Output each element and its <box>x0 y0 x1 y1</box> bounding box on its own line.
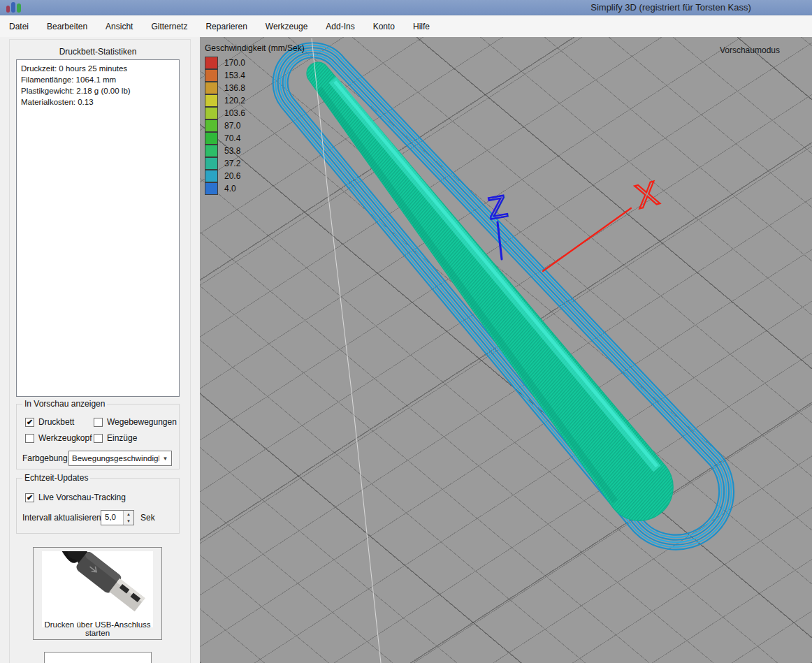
stat-plastic-weight: Plastikgewicht: 2.18 g (0.00 lb) <box>21 85 175 96</box>
spinner-up-icon[interactable]: ▲ <box>124 511 133 518</box>
legend-row: 53.8 <box>205 145 305 157</box>
legend-value: 53.8 <box>224 146 240 156</box>
legend-row: 120.2 <box>205 94 305 107</box>
legend-value: 103.6 <box>224 108 245 118</box>
wegebewegungen-label: Wegebewegungen <box>107 417 177 427</box>
wegebewegungen-checkbox-box[interactable] <box>94 418 103 427</box>
checkbox-werkzeugkopf[interactable]: Werkzeugkopf <box>25 433 92 443</box>
checkbox-wegebewegungen[interactable]: Wegebewegungen <box>94 417 177 427</box>
farbgebung-dropdown-value: Bewegungsgeschwindigke <box>69 454 159 462</box>
menu-datei[interactable]: Datei <box>0 17 38 36</box>
legend-row: 103.6 <box>205 107 305 119</box>
stat-filament-length: Filamentlänge: 1064.1 mm <box>21 74 175 85</box>
menu-gitternetz[interactable]: Gitternetz <box>142 17 196 36</box>
preview-3d-canvas[interactable]: Z X Geschwindigkeit (mm/Sek) 170.0 153.4… <box>200 37 812 663</box>
print-over-usb-button[interactable]: Drucken über USB-Anschluss starten <box>33 547 162 640</box>
live-tracking-checkbox-box[interactable]: ✔ <box>25 493 34 502</box>
print-over-usb-label: Drucken über USB-Anschluss starten <box>34 620 161 637</box>
interval-unit-label: Sek <box>140 513 155 523</box>
legend-swatch <box>205 145 218 157</box>
menu-ansicht[interactable]: Ansicht <box>96 17 142 36</box>
farbgebung-dropdown[interactable]: Bewegungsgeschwindigke ▼ <box>68 451 172 466</box>
preview-options-group: In Vorschau anzeigen ✔ Druckbett Wegebew… <box>16 404 180 469</box>
legend-swatch <box>205 94 218 107</box>
menu-werkzeuge[interactable]: Werkzeuge <box>256 17 317 36</box>
legend-value: 87.0 <box>224 121 240 131</box>
menu-bar: Datei Bearbeiten Ansicht Gitternetz Repa… <box>0 16 812 37</box>
legend-swatch <box>205 132 218 145</box>
checkbox-live-tracking[interactable]: ✔ Live Vorschau-Tracking <box>25 493 126 502</box>
interval-label: Intervall aktualisieren <box>22 513 101 523</box>
x-axis-label: X <box>632 174 662 215</box>
farbgebung-label: Farbgebung <box>22 453 68 463</box>
legend-value: 37.2 <box>224 159 240 168</box>
legend-swatch <box>205 57 218 69</box>
chevron-down-icon: ▼ <box>159 456 171 462</box>
menu-konto[interactable]: Konto <box>364 17 404 36</box>
legend-row: 170.0 <box>205 57 305 69</box>
spinner-down-icon[interactable]: ▼ <box>124 518 133 525</box>
realtime-group-title: Echtzeit-Updates <box>22 473 90 483</box>
werkzeugkopf-label: Werkzeugkopf <box>38 433 92 443</box>
live-tracking-label: Live Vorschau-Tracking <box>38 493 126 502</box>
z-axis-label: Z <box>485 189 509 226</box>
legend-value: 4.0 <box>224 184 236 194</box>
sidebar-panel: Druckbett-Statistiken Druckzeit: 0 hours… <box>0 37 200 663</box>
printed-object <box>257 37 757 583</box>
legend-swatch <box>205 157 218 170</box>
legend-swatch <box>205 69 218 82</box>
menu-bearbeiten[interactable]: Bearbeiten <box>38 17 96 36</box>
legend-swatch <box>205 119 218 132</box>
stat-print-time: Druckzeit: 0 hours 25 minutes <box>21 63 175 74</box>
title-bar: Simplify 3D (registriert für Torsten Kas… <box>0 0 812 15</box>
menu-addins[interactable]: Add-Ins <box>317 17 363 36</box>
stat-material-cost: Materialkosten: 0.13 <box>21 96 175 108</box>
app-logo-icon <box>6 2 27 13</box>
preview-mode-label: Vorschaumodus <box>720 45 780 55</box>
druckbett-label: Druckbett <box>38 417 74 427</box>
menu-reparieren[interactable]: Reparieren <box>196 17 256 36</box>
legend-row: 136.8 <box>205 82 305 94</box>
legend-value: 120.2 <box>224 96 245 105</box>
legend-row: 4.0 <box>205 182 305 195</box>
bottom-partial-box[interactable] <box>44 652 152 663</box>
usb-plug-image <box>42 551 153 627</box>
interval-value[interactable]: 5,0 <box>101 511 123 525</box>
legend-swatch <box>205 182 218 195</box>
menu-hilfe[interactable]: Hilfe <box>404 17 439 36</box>
druckbett-checkbox-box[interactable]: ✔ <box>25 418 34 427</box>
legend-value: 170.0 <box>224 58 245 68</box>
stats-title: Druckbett-Statistiken <box>0 47 196 57</box>
interval-spinbox[interactable]: 5,0 ▲ ▼ <box>101 510 134 525</box>
legend-row: 70.4 <box>205 132 305 145</box>
x-axis-line <box>543 208 631 271</box>
x-axis <box>543 208 631 271</box>
legend-value: 20.6 <box>224 171 240 181</box>
legend-value: 153.4 <box>224 71 245 80</box>
speed-legend: Geschwindigkeit (mm/Sek) 170.0 153.4 136… <box>205 43 305 195</box>
legend-value: 136.8 <box>224 83 245 93</box>
legend-swatch <box>205 82 218 94</box>
checkbox-einzuege[interactable]: Einzüge <box>94 433 137 443</box>
einzuege-label: Einzüge <box>107 433 137 443</box>
realtime-updates-group: Echtzeit-Updates ✔ Live Vorschau-Trackin… <box>16 478 180 534</box>
legend-swatch <box>205 107 218 119</box>
legend-title: Geschwindigkeit (mm/Sek) <box>205 43 305 53</box>
checkbox-druckbett[interactable]: ✔ Druckbett <box>25 417 74 427</box>
preview-group-title: In Vorschau anzeigen <box>22 399 107 409</box>
window-title: Simplify 3D (registriert für Torsten Kas… <box>489 2 812 13</box>
legend-row: 37.2 <box>205 157 305 170</box>
legend-row: 20.6 <box>205 170 305 182</box>
werkzeugkopf-checkbox-box[interactable] <box>25 434 34 443</box>
interval-spinner[interactable]: ▲ ▼ <box>123 511 133 525</box>
legend-row: 153.4 <box>205 69 305 82</box>
legend-row: 87.0 <box>205 119 305 132</box>
einzuege-checkbox-box[interactable] <box>94 434 103 443</box>
legend-swatch <box>205 170 218 182</box>
legend-value: 70.4 <box>224 133 240 143</box>
stats-listbox: Druckzeit: 0 hours 25 minutes Filamentlä… <box>16 59 180 397</box>
